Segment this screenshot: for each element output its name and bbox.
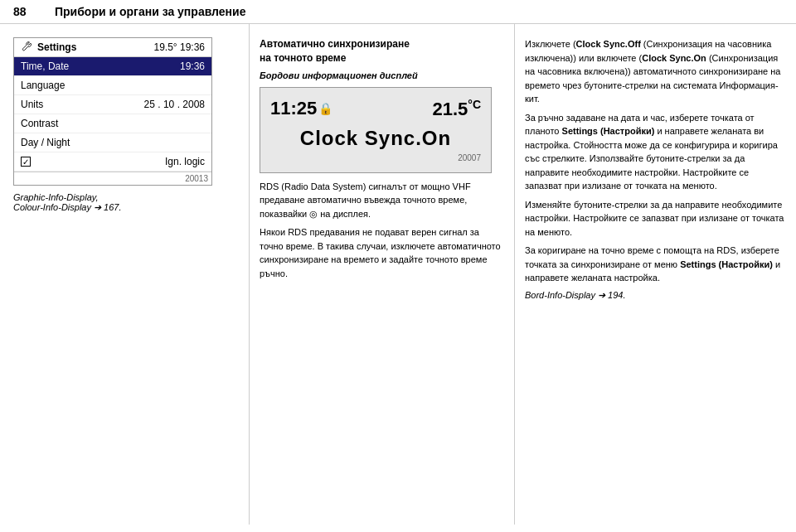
- clock-sync-text: Clock Sync.On: [270, 127, 481, 150]
- widget-image-number: 20013: [14, 172, 211, 185]
- page-number: 88: [13, 5, 38, 18]
- settings-datetime: 19.5° 19:36: [153, 41, 205, 53]
- right-reference: Bord-Info-Display ➔ 194.: [525, 290, 786, 301]
- menu-item-contrast[interactable]: Contrast: [14, 114, 211, 133]
- clock-top-row: 11:25 🔒 21.5°C: [270, 98, 481, 120]
- middle-para-2: Някои RDS предавания не подават верен си…: [260, 225, 504, 280]
- clock-time-value: 11:25: [270, 98, 317, 119]
- clock-display-widget: 11:25 🔒 21.5°C Clock Sync.On 20007: [260, 87, 492, 173]
- menu-item-label: Language: [21, 80, 65, 91]
- page-title: Прибори и органи за управление: [55, 5, 245, 18]
- menu-item-label: Ign. logic: [165, 156, 205, 167]
- main-content: Settings 19.5° 19:36 Time, Date 19:36 La…: [0, 24, 796, 525]
- menu-item-time-date[interactable]: Time, Date 19:36: [14, 57, 211, 76]
- middle-para-1: RDS (Radio Data System) сигналът от мощн…: [260, 180, 504, 221]
- settings-widget: Settings 19.5° 19:36 Time, Date 19:36 La…: [13, 37, 212, 186]
- clock-temperature: 21.5°C: [432, 98, 481, 120]
- menu-item-label: Day / Night: [21, 137, 70, 148]
- settings-header-left: Settings: [21, 41, 76, 53]
- settings-title: Settings: [37, 41, 76, 53]
- right-para-4: За коригиране на точно време с помощта н…: [525, 244, 786, 285]
- middle-column: Автоматично синхронизиране на точното вр…: [249, 24, 514, 525]
- clock-temp-value: 21.5: [432, 99, 468, 119]
- middle-subsection-title: Бордови информационен дисплей: [260, 70, 504, 80]
- widget-caption: Graphic-Info-Display, Colour-Info-Displa…: [13, 192, 235, 213]
- right-column: Изключете (Clock Sync.Off (Синхронизация…: [514, 24, 796, 525]
- page-header: 88 Прибори и органи за управление: [0, 0, 796, 24]
- checkbox-icon[interactable]: ✓: [21, 157, 31, 167]
- clock-time: 11:25 🔒: [270, 98, 332, 119]
- menu-item-value: 19:36: [180, 60, 205, 72]
- clock-image-number: 20007: [270, 153, 481, 162]
- menu-item-language[interactable]: Language: [14, 76, 211, 95]
- right-para-3: Изменяйте бутоните-стрелки за да направи…: [525, 198, 786, 239]
- right-para-1: Изключете (Clock Sync.Off (Синхронизация…: [525, 37, 786, 106]
- clock-time-icon: 🔒: [318, 102, 332, 115]
- temp-unit: °C: [468, 98, 481, 111]
- wrench-icon: [21, 41, 32, 53]
- menu-item-day-night[interactable]: Day / Night: [14, 133, 211, 152]
- middle-section-title: Автоматично синхронизиране на точното вр…: [260, 37, 504, 65]
- settings-header: Settings 19.5° 19:36: [14, 38, 211, 57]
- menu-item-ign-logic[interactable]: ✓ Ign. logic: [14, 152, 211, 172]
- left-column: Settings 19.5° 19:36 Time, Date 19:36 La…: [0, 24, 249, 525]
- menu-item-label: Time, Date: [21, 60, 69, 72]
- menu-item-units[interactable]: Units 25 . 10 . 2008: [14, 95, 211, 114]
- menu-item-label: Contrast: [21, 118, 58, 129]
- menu-item-value: 25 . 10 . 2008: [144, 99, 205, 110]
- menu-item-label: Units: [21, 99, 43, 110]
- right-para-2: За ръчно задаване на дата и час, изберет…: [525, 111, 786, 193]
